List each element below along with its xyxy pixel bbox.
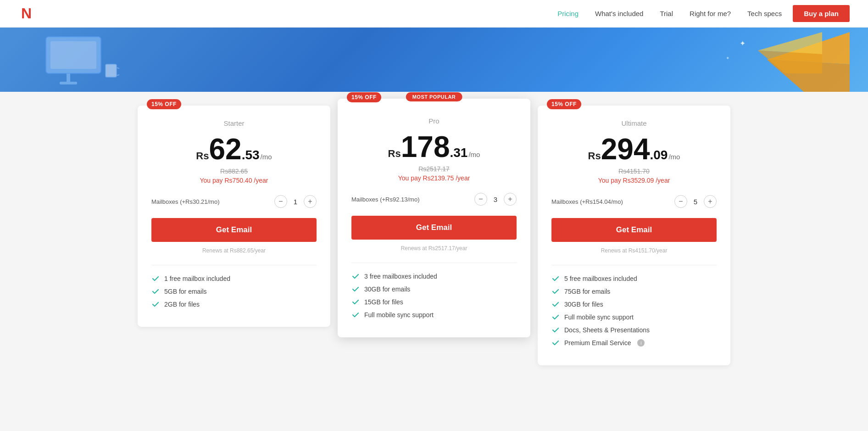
list-item: 30GB for emails — [351, 285, 517, 293]
starter-currency: Rs — [196, 150, 209, 162]
pro-price-main: 178 — [401, 132, 450, 162]
svg-text:N: N — [21, 5, 32, 22]
ultimate-stepper: − 5 + — [674, 195, 717, 208]
check-icon — [551, 313, 560, 321]
pro-discount-badge: 15% OFF — [347, 92, 381, 102]
starter-features-list: 1 free mailbox included 5GB for emails 2… — [151, 274, 317, 308]
check-icon — [551, 300, 560, 308]
starter-price-period: /mo — [261, 153, 272, 161]
pro-plan-name: Pro — [351, 117, 517, 125]
list-item: 5 free mailboxes included — [551, 274, 717, 283]
ultimate-mailbox-row: Mailboxes (+Rs154.04/mo) − 5 + — [551, 193, 717, 210]
pro-features-list: 3 free mailboxes included 30GB for email… — [351, 272, 517, 319]
ultimate-stepper-increment[interactable]: + — [704, 195, 717, 208]
svg-text:✦: ✦ — [726, 56, 729, 61]
check-icon — [551, 274, 560, 283]
check-icon — [151, 287, 160, 296]
svg-rect-3 — [50, 41, 96, 69]
starter-you-pay: You pay Rs750.40 /year — [151, 177, 317, 184]
starter-price-decimal: .53 — [242, 148, 260, 162]
starter-renews-text: Renews at Rs882.65/year — [151, 247, 317, 254]
list-item: Premium Email Service i — [551, 339, 717, 347]
buy-plan-button[interactable]: Buy a plan — [793, 5, 850, 22]
pro-mailbox-count: 3 — [492, 196, 499, 203]
list-item: 75GB for emails — [551, 287, 717, 296]
list-item: 15GB for files — [351, 298, 517, 306]
hero-banner: ✦ ✦ — [0, 28, 868, 92]
starter-mailbox-row: Mailboxes (+Rs30.21/mo) − 1 + — [151, 193, 317, 210]
ultimate-you-pay: You pay Rs3529.09 /year — [551, 177, 717, 184]
nav-link-trial[interactable]: Trial — [660, 10, 673, 17]
logo-icon: N — [18, 3, 39, 23]
pro-currency: Rs — [388, 148, 401, 160]
ultimate-cta-button[interactable]: Get Email — [551, 218, 717, 242]
svg-rect-4 — [67, 73, 70, 83]
pro-stepper-increment[interactable]: + — [504, 193, 517, 206]
check-icon — [351, 298, 360, 306]
starter-stepper-increment[interactable]: + — [304, 195, 317, 208]
pro-renews-text: Renews at Rs2517.17/year — [351, 245, 517, 252]
check-icon — [551, 339, 560, 347]
svg-text:✦: ✦ — [740, 39, 746, 47]
ultimate-plan-name: Ultimate — [551, 119, 717, 127]
nav-link-tech-specs[interactable]: Tech specs — [747, 10, 782, 17]
starter-divider — [151, 265, 317, 265]
pro-divider — [351, 263, 517, 263]
starter-plan-name: Starter — [151, 119, 317, 127]
ultimate-stepper-decrement[interactable]: − — [674, 195, 687, 208]
check-icon — [151, 300, 160, 308]
nav-link-pricing[interactable]: Pricing — [557, 10, 579, 17]
main-content: 15% OFF Starter Rs 62 .53 /mo Rs882.65 Y… — [0, 92, 868, 393]
pro-popular-badge: MOST POPULAR — [406, 92, 462, 101]
ultimate-features-list: 5 free mailboxes included 75GB for email… — [551, 274, 717, 347]
starter-stepper-decrement[interactable]: − — [274, 195, 287, 208]
list-item: 3 free mailboxes included — [351, 272, 517, 280]
ultimate-price-row: Rs 294 .09 /mo — [551, 134, 717, 164]
nav-links: Pricing What's included Trial Right for … — [557, 10, 782, 17]
starter-price-main: 62 — [209, 134, 241, 164]
list-item: Docs, Sheets & Presentations — [551, 326, 717, 334]
ultimate-mailbox-label: Mailboxes (+Rs154.04/mo) — [551, 198, 623, 205]
starter-price-row: Rs 62 .53 /mo — [151, 134, 317, 164]
list-item: 2GB for files — [151, 300, 317, 308]
nav-link-whats-included[interactable]: What's included — [595, 10, 643, 17]
ultimate-original-price: Rs4151.70 — [551, 168, 717, 175]
ultimate-discount-badge: 15% OFF — [547, 99, 581, 109]
list-item: 30GB for files — [551, 300, 717, 308]
check-icon — [551, 287, 560, 296]
ultimate-divider — [551, 265, 717, 265]
list-item: Full mobile sync support — [351, 311, 517, 319]
pro-stepper: − 3 + — [474, 193, 517, 206]
starter-mailbox-label: Mailboxes (+Rs30.21/mo) — [151, 198, 219, 205]
premium-email-info-icon[interactable]: i — [637, 339, 645, 347]
pro-stepper-decrement[interactable]: − — [474, 193, 487, 206]
ultimate-currency: Rs — [588, 150, 601, 162]
svg-rect-5 — [60, 82, 77, 84]
check-icon — [351, 311, 360, 319]
starter-stepper: − 1 + — [274, 195, 317, 208]
ultimate-price-main: 294 — [601, 134, 650, 164]
ultimate-price-decimal: .09 — [650, 148, 668, 162]
check-icon — [351, 285, 360, 293]
pro-original-price: Rs2517.17 — [351, 165, 517, 173]
starter-mailbox-count: 1 — [292, 198, 299, 206]
starter-original-price: Rs882.65 — [151, 168, 317, 175]
logo[interactable]: N — [18, 3, 39, 25]
svg-rect-6 — [106, 64, 117, 77]
ultimate-renews-text: Renews at Rs4151.70/year — [551, 247, 717, 254]
plan-card-ultimate: 15% OFF Ultimate Rs 294 .09 /mo Rs4151.7… — [538, 106, 730, 365]
pro-price-row: Rs 178 .31 /mo — [351, 132, 517, 162]
pro-you-pay: You pay Rs2139.75 /year — [351, 174, 517, 182]
ultimate-price-period: /mo — [668, 153, 680, 161]
pro-mailbox-label: Mailboxes (+Rs92.13/mo) — [351, 196, 419, 203]
plan-card-pro: 15% OFF MOST POPULAR Pro Rs 178 .31 /mo … — [338, 99, 530, 337]
ultimate-mailbox-count: 5 — [692, 198, 699, 206]
svg-marker-9 — [758, 32, 822, 54]
pro-mailbox-row: Mailboxes (+Rs92.13/mo) − 3 + — [351, 191, 517, 207]
nav-link-right-for-me[interactable]: Right for me? — [690, 10, 731, 17]
hero-illustration-left — [37, 32, 119, 89]
starter-cta-button[interactable]: Get Email — [151, 218, 317, 242]
plan-card-starter: 15% OFF Starter Rs 62 .53 /mo Rs882.65 Y… — [138, 106, 330, 327]
starter-discount-badge: 15% OFF — [147, 99, 181, 109]
pro-cta-button[interactable]: Get Email — [351, 216, 517, 240]
